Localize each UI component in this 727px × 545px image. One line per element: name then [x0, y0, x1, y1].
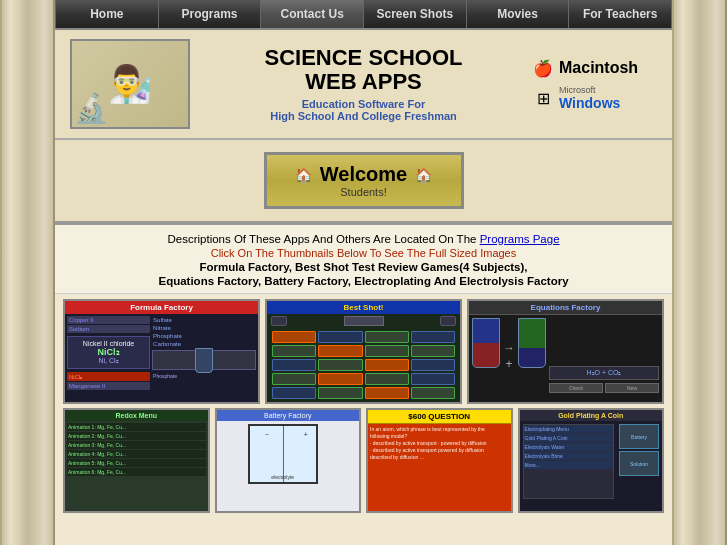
bs-cell-5	[272, 345, 316, 357]
nav-screenshots[interactable]: Screen Shots	[364, 0, 467, 28]
welcome-subtext: Students!	[287, 186, 441, 198]
chem-formula: Nickel II chloride NiCl₂ Ni, Cl₂	[67, 336, 150, 369]
equations-body: → + H₂O + CO₂ Check New	[469, 315, 662, 396]
thumbnail-best-shot[interactable]: Best Shot!	[265, 299, 462, 404]
goldplate-title: Gold Plating A Coin	[520, 410, 663, 421]
redox-line-6: Animation 6: Mg, Fe, Cu...	[67, 468, 206, 476]
bs-ctrl-2	[344, 316, 384, 326]
bs-cell-12	[411, 359, 455, 371]
bs-cell-13	[272, 373, 316, 385]
bs-cell-9	[272, 359, 316, 371]
header-logo: 👨‍🔬 🔬	[65, 39, 195, 129]
eq-formula-display: H₂O + CO₂	[549, 366, 659, 380]
battery-box: Battery	[619, 424, 659, 449]
left-column	[0, 0, 55, 545]
platform-list: 🍎 Macintosh ⊞ Microsoft Windows	[532, 57, 662, 111]
bs-cell-3	[365, 331, 409, 343]
gp-row-1: Electroplating Menu	[524, 425, 614, 433]
header-section: 👨‍🔬 🔬 SCIENCE SCHOOL WEB APPS Education …	[55, 30, 672, 140]
welcome-heading: Welcome	[320, 163, 407, 186]
nav-teachers[interactable]: For Teachers	[569, 0, 672, 28]
beaker-icon	[195, 348, 213, 373]
redox-line-4: Animation 4: Mg, Fe, Cu...	[67, 450, 206, 458]
thumbnail-formula-factory[interactable]: Formula Factory Copper II Sodium Nickel …	[63, 299, 260, 404]
eq-beaker-left	[472, 318, 500, 368]
header-title-block: SCIENCE SCHOOL WEB APPS Education Softwa…	[195, 46, 532, 122]
goldplate-menu: Electroplating Menu Gold Plating A Coin …	[523, 424, 615, 499]
nav-movies[interactable]: Movies	[467, 0, 570, 28]
windows-label: Windows	[559, 95, 620, 111]
site-title: SCIENCE SCHOOL WEB APPS	[195, 46, 532, 94]
redox-title: Redox Menu	[65, 410, 208, 421]
formula-right-col: Sulfate Nitrate Phosphate Carbonate Phos…	[152, 316, 256, 393]
best-shot-body: New Continue Score	[267, 314, 460, 404]
eq-btn-new[interactable]: New	[605, 383, 659, 393]
bs-cell-4	[411, 331, 455, 343]
gp-row-4: Electrolysis Brine	[524, 452, 614, 460]
thumbnail-redox-menu[interactable]: Redox Menu Animation 1: Mg, Fe, Cu... An…	[63, 408, 210, 513]
formula-factory-title: Formula Factory	[65, 301, 258, 314]
nav-home[interactable]: Home	[55, 0, 159, 28]
microscope-icon: 🔬	[74, 92, 109, 125]
mac-icon: 🍎	[532, 57, 554, 79]
bestshot-buttons: New Continue Score	[269, 402, 458, 404]
battery-body: − + electrolyte	[217, 421, 360, 502]
goldplate-body: Electroplating Menu Gold Plating A Coin …	[520, 421, 663, 502]
formula-factory-body: Copper II Sodium Nickel II chloride NiCl…	[65, 314, 258, 395]
eq-btn-check[interactable]: Check	[549, 383, 603, 393]
bs-cell-20	[411, 387, 455, 399]
scientist-icon: 👨‍🔬	[108, 63, 153, 105]
eq-beaker-right	[518, 318, 546, 368]
chem-line-3: NiCl₂	[67, 372, 150, 381]
eq-arrows: → +	[503, 318, 515, 393]
redox-line-2: Animation 2: Mg, Fe, Cu...	[67, 432, 206, 440]
thumbnail-electroplating[interactable]: $600 QUESTION In an atom, which phrase i…	[366, 408, 513, 513]
thumbnail-equations-factory[interactable]: Equations Factory → + H₂O + CO₂ Check	[467, 299, 664, 404]
info-line2: Click On The Thumbnails Below To See The…	[65, 247, 662, 259]
battery-title: Battery Factory	[217, 410, 360, 421]
bs-cell-10	[318, 359, 362, 371]
platform-mac: 🍎 Macintosh	[532, 57, 638, 79]
thumbnails-section: Formula Factory Copper II Sodium Nickel …	[55, 294, 672, 522]
programs-page-link[interactable]: Programs Page	[480, 233, 560, 245]
info-section: Descriptions Of These Apps And Others Ar…	[55, 223, 672, 294]
bs-cell-16	[411, 373, 455, 385]
eq-buttons: Check New	[549, 383, 659, 393]
bs-cell-17	[272, 387, 316, 399]
eq-result-area: H₂O + CO₂ Check New	[549, 318, 659, 393]
banner-icon-left: 🏠	[295, 167, 312, 183]
chem-line-4: Manganese II	[67, 382, 150, 390]
redox-body: Animation 1: Mg, Fe, Cu... Animation 2: …	[65, 421, 208, 479]
windows-icon: ⊞	[532, 87, 554, 109]
page-background: Home Programs Contact Us Screen Shots Mo…	[0, 0, 727, 545]
gp-row-5: More...	[524, 461, 614, 469]
arrow-plus: +	[505, 357, 512, 371]
bs-cell-19	[365, 387, 409, 399]
platform-windows: ⊞ Microsoft Windows	[532, 85, 620, 111]
bs-cell-1	[272, 331, 316, 343]
formula-left-col: Copper II Sodium Nickel II chloride NiCl…	[67, 316, 152, 393]
formula-beaker-area	[152, 350, 256, 370]
thumbnail-battery-factory[interactable]: Battery Factory − + electrolyte	[215, 408, 362, 513]
battery-pos: +	[304, 431, 308, 438]
bs-cell-6	[318, 345, 362, 357]
equations-factory-title: Equations Factory	[469, 301, 662, 315]
chem-line-1: Copper II	[67, 316, 150, 324]
chem-line-2: Sodium	[67, 325, 150, 333]
thumbnail-gold-plating[interactable]: Gold Plating A Coin Electroplating Menu …	[518, 408, 665, 513]
scientist-image: 👨‍🔬 🔬	[70, 39, 190, 129]
bs-cell-8	[411, 345, 455, 357]
bs-cell-18	[318, 387, 362, 399]
info-line1: Descriptions Of These Apps And Others Ar…	[65, 233, 662, 245]
redox-line-1: Animation 1: Mg, Fe, Cu...	[67, 423, 206, 431]
electro-text: In an atom, which phrase is best represe…	[368, 424, 511, 463]
apps-list-1: Formula Factory, Best Shot Test Review G…	[65, 261, 662, 273]
main-navbar: Home Programs Contact Us Screen Shots Mo…	[55, 0, 672, 30]
banner-icon-right: 🏠	[415, 167, 432, 183]
nav-programs[interactable]: Programs	[159, 0, 262, 28]
battery-diagram: − + electrolyte	[248, 424, 328, 499]
header-subtitle: Education Software For High School And C…	[195, 98, 532, 122]
nav-contact[interactable]: Contact Us	[261, 0, 364, 28]
main-content-area: Home Programs Contact Us Screen Shots Mo…	[55, 0, 672, 545]
solution-box: Solution	[619, 451, 659, 476]
